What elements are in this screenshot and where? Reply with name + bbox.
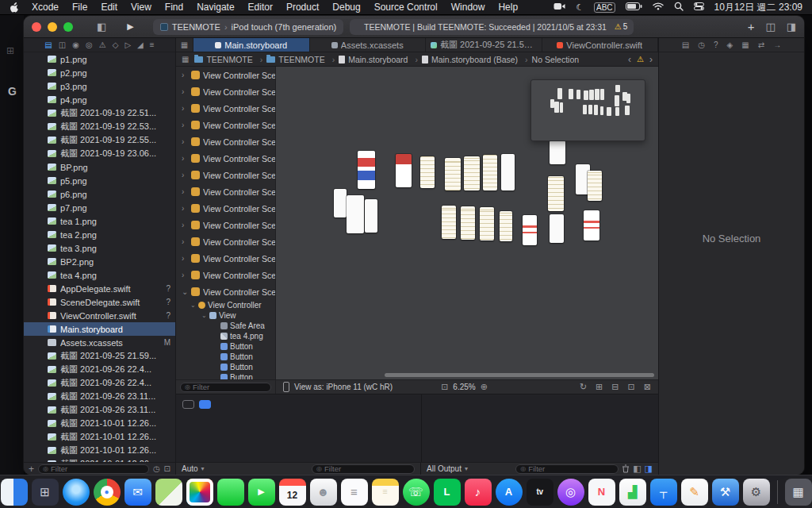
outline-item[interactable]: Button: [176, 362, 275, 372]
wifi-icon[interactable]: [653, 2, 664, 13]
editor-tab[interactable]: Main.storyboard: [193, 38, 310, 52]
file-row[interactable]: 截圖 2021-09-25 21.59...: [24, 349, 175, 363]
storyboard-canvas[interactable]: [276, 67, 658, 379]
horizontal-scrollbar[interactable]: [385, 373, 654, 377]
scene-row[interactable]: › View Controller Sce...: [176, 133, 275, 150]
file-row[interactable]: BP.png: [24, 160, 175, 174]
next-issue-icon[interactable]: ›: [649, 54, 653, 65]
related-items-menu-icon[interactable]: ▦: [182, 55, 189, 64]
outline-item[interactable]: ⌄ View: [176, 310, 275, 321]
variables-scope-select[interactable]: Auto: [182, 464, 198, 473]
close-button[interactable]: [32, 22, 41, 32]
file-row[interactable]: 截圖 2021-09-19 22.53...: [24, 120, 175, 133]
file-row[interactable]: AppDelegate.swift ?: [24, 282, 175, 295]
xcode-dock-icon[interactable]: ⚒: [712, 479, 739, 506]
numbers-dock-icon[interactable]: ▟: [619, 479, 646, 506]
disclosure-icon[interactable]: ›: [182, 154, 188, 163]
variables-filter[interactable]: ◎: [312, 464, 415, 474]
mail-dock-icon[interactable]: ✉: [124, 479, 151, 506]
recent-files-icon[interactable]: ◷: [153, 465, 160, 473]
disclosure-icon[interactable]: ›: [182, 237, 188, 246]
editor-tab[interactable]: 截圖 2021-09-25 21.59.53.png: [426, 38, 542, 52]
menu-item[interactable]: Help: [498, 2, 518, 13]
storyboard-scene[interactable]: [445, 158, 461, 190]
find-navigator-icon[interactable]: ◎: [86, 40, 93, 49]
settings-dock-icon[interactable]: ⚙: [743, 479, 770, 506]
file-row[interactable]: 截圖 2021-09-26 23.11...: [24, 403, 175, 417]
storyboard-scene[interactable]: [365, 199, 377, 233]
file-row[interactable]: tea 1.png: [24, 214, 175, 228]
disclosure-icon[interactable]: ›: [182, 204, 188, 213]
pages-dock-icon[interactable]: ✎: [681, 479, 708, 506]
view-as-label[interactable]: View as: iPhone 11 (wC hR): [294, 383, 393, 391]
file-row[interactable]: 截圖 2021-09-26 23.11...: [24, 390, 175, 403]
chrome-dock-icon[interactable]: ●: [94, 479, 121, 506]
file-row[interactable]: p6.png: [24, 187, 175, 201]
disclosure-icon[interactable]: ›: [182, 254, 188, 263]
scene-row[interactable]: › View Controller Sce...: [176, 250, 275, 267]
breadcrumb-item[interactable]: TEENMOTE ›: [266, 55, 339, 64]
file-row[interactable]: SceneDelegate.swift ?: [24, 295, 175, 309]
scene-row[interactable]: › View Controller Sce...: [176, 183, 275, 200]
source-control-navigator-icon[interactable]: ◫: [59, 40, 66, 49]
menu-item[interactable]: Navigate: [197, 2, 234, 13]
console-filter-input[interactable]: [528, 464, 614, 473]
symbol-navigator-icon[interactable]: ◉: [72, 40, 79, 49]
trash-icon[interactable]: ▦: [785, 479, 812, 506]
line-dock-icon[interactable]: L: [434, 479, 461, 506]
file-row[interactable]: 截圖 2021-10-01 12.26...: [24, 430, 175, 444]
outline-item[interactable]: ⌄ View Controller: [176, 300, 275, 310]
report-navigator-icon[interactable]: ≡: [150, 40, 155, 49]
launchpad-dock-icon[interactable]: ⊞: [32, 479, 59, 506]
whatsapp-dock-icon[interactable]: ☏: [403, 479, 430, 506]
safari-dock-icon[interactable]: [63, 479, 90, 506]
console-pane-right-icon[interactable]: ◨: [645, 464, 653, 474]
disclosure-icon[interactable]: ›: [182, 137, 188, 146]
clear-console-icon[interactable]: [622, 464, 630, 473]
storyboard-scene[interactable]: [550, 140, 565, 164]
resolve-autolayout-icon[interactable]: ⊠: [644, 382, 651, 392]
file-row[interactable]: 截圖 2021-09-19 22.51...: [24, 106, 175, 120]
battery-icon[interactable]: [626, 2, 642, 13]
file-row[interactable]: 截圖 2021-09-26 22.4...: [24, 376, 175, 390]
editor-tab[interactable]: Assets.xcassets: [310, 38, 427, 52]
menu-item[interactable]: Xcode: [32, 2, 59, 13]
zoom-level[interactable]: 6.25%: [453, 383, 475, 391]
issue-warning-icon[interactable]: ⚠: [637, 55, 644, 64]
disclosure-icon[interactable]: ⌄: [190, 302, 196, 309]
editor-options-icon[interactable]: ◫: [765, 21, 775, 32]
menu-item[interactable]: Find: [165, 2, 183, 13]
scene-row[interactable]: › View Controller Sce...: [176, 100, 275, 117]
outline-item[interactable]: Safe Area: [176, 321, 275, 331]
variables-view-toggle-icon[interactable]: [182, 400, 194, 409]
file-row[interactable]: p3.png: [24, 79, 175, 93]
navigator-filter-input[interactable]: [51, 464, 144, 473]
music-dock-icon[interactable]: ♪: [465, 479, 492, 506]
scene-row[interactable]: › View Controller Sce...: [176, 217, 275, 233]
menu-item[interactable]: Debug: [332, 2, 360, 13]
apple-menu-icon[interactable]: [10, 2, 19, 13]
appstore-dock-icon[interactable]: A: [496, 479, 523, 506]
disclosure-icon[interactable]: ›: [182, 87, 188, 96]
scm-status-icon[interactable]: ⊡: [164, 465, 170, 473]
scene-row[interactable]: › View Controller Sce...: [176, 83, 275, 100]
podcasts-dock-icon[interactable]: ◎: [557, 479, 584, 506]
photos-dock-icon[interactable]: [186, 479, 213, 506]
file-row[interactable]: tea 3.png: [24, 241, 175, 255]
console-scope-select[interactable]: All Output: [427, 464, 462, 473]
messages-dock-icon[interactable]: [217, 479, 244, 506]
file-row[interactable]: 截圖 2021-09-19 22.55...: [24, 133, 175, 147]
scene-row[interactable]: › View Controller Sce...: [176, 150, 275, 167]
disclosure-open-icon[interactable]: ⌄: [182, 287, 188, 296]
notes-dock-icon[interactable]: ≡: [372, 479, 399, 506]
library-button[interactable]: +: [748, 21, 755, 33]
storyboard-scene[interactable]: [334, 189, 347, 217]
file-row[interactable]: tea 2.png: [24, 228, 175, 241]
disclosure-icon[interactable]: ›: [182, 121, 188, 129]
file-row[interactable]: 截圖 2021-09-19 23.06...: [24, 147, 175, 160]
breakpoint-navigator-icon[interactable]: ◢: [137, 40, 144, 49]
file-row[interactable]: Main.storyboard: [24, 322, 175, 336]
outline-item[interactable]: Button: [176, 372, 275, 379]
calendar-dock-icon[interactable]: 12: [279, 479, 306, 506]
connections-inspector-icon[interactable]: →: [773, 40, 781, 49]
